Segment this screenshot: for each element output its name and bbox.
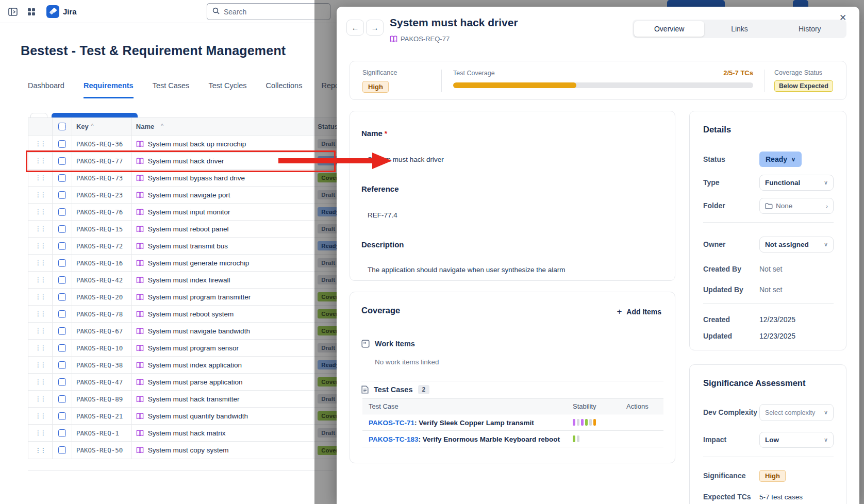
requirement-name[interactable]: System must program transmitter <box>148 293 251 301</box>
drag-handle-icon[interactable]: ⋮⋮ <box>35 328 45 334</box>
drag-handle-icon[interactable]: ⋮⋮ <box>35 141 45 147</box>
reference-field-value[interactable]: REF-77.4 <box>368 211 397 219</box>
search-input[interactable]: Search <box>207 3 330 20</box>
requirement-key[interactable]: PAKOS-REQ-36 <box>76 140 123 148</box>
close-icon[interactable]: ✕ <box>839 12 846 23</box>
drag-handle-icon[interactable]: ⋮⋮ <box>35 243 45 249</box>
row-checkbox[interactable] <box>58 208 66 216</box>
requirement-key[interactable]: PAKOS-REQ-67 <box>76 327 123 335</box>
requirement-name[interactable]: System must index firewall <box>148 276 230 284</box>
row-checkbox[interactable] <box>58 429 66 437</box>
requirement-name[interactable]: System must generate microchip <box>148 259 250 267</box>
row-checkbox[interactable] <box>58 361 66 369</box>
requirement-name[interactable]: System must navigate bandwidth <box>148 327 250 335</box>
sidebar-toggle-icon[interactable] <box>7 6 19 18</box>
row-checkbox[interactable] <box>58 259 66 267</box>
drag-handle-icon[interactable]: ⋮⋮ <box>35 447 45 453</box>
drag-handle-icon[interactable]: ⋮⋮ <box>35 226 45 232</box>
select-all-checkbox[interactable] <box>58 123 66 130</box>
add-items-button[interactable]: + Add Items <box>617 307 661 317</box>
requirement-name[interactable]: System must back up microchip <box>148 140 246 148</box>
requirement-key[interactable]: PAKOS-REQ-73 <box>76 174 123 182</box>
column-header-key[interactable]: Key^ <box>72 118 132 135</box>
requirement-name[interactable]: System must reboot system <box>148 310 234 318</box>
requirement-key[interactable]: PAKOS-REQ-16 <box>76 259 123 267</box>
requirement-name[interactable]: System must quantify bandwidth <box>148 412 248 420</box>
drag-handle-icon[interactable]: ⋮⋮ <box>35 294 45 300</box>
column-header-name[interactable]: Name^ <box>132 118 314 135</box>
page-tab-test-cycles[interactable]: Test Cycles <box>208 81 246 98</box>
requirement-name[interactable]: System must reboot panel <box>148 225 229 233</box>
row-checkbox[interactable] <box>58 191 66 199</box>
row-checkbox[interactable] <box>58 293 66 301</box>
requirement-name[interactable]: System must parse application <box>148 378 243 386</box>
row-checkbox[interactable] <box>58 310 66 318</box>
requirement-key[interactable]: PAKOS-REQ-47 <box>76 378 123 386</box>
requirement-key[interactable]: PAKOS-REQ-1 <box>76 429 119 437</box>
folder-picker[interactable]: None › <box>759 198 834 214</box>
drag-handle-icon[interactable]: ⋮⋮ <box>35 311 45 317</box>
requirement-key[interactable]: PAKOS-REQ-23 <box>76 191 123 199</box>
drag-handle-icon[interactable]: ⋮⋮ <box>35 175 45 181</box>
requirement-name[interactable]: System must hack transmitter <box>148 395 240 403</box>
test-case-row[interactable]: PAKOS-TC-71: Verify Sleek Copper Lamp tr… <box>362 414 663 431</box>
test-case-link[interactable]: PAKOS-TC-183 <box>369 435 419 443</box>
next-requirement-button[interactable]: → <box>366 20 384 36</box>
requirement-key[interactable]: PAKOS-REQ-76 <box>76 208 123 216</box>
test-case-row[interactable]: PAKOS-TC-183: Verify Enormous Marble Key… <box>362 431 663 447</box>
drag-handle-icon[interactable]: ⋮⋮ <box>35 192 45 198</box>
requirement-key[interactable]: PAKOS-REQ-15 <box>76 225 123 233</box>
requirement-key[interactable]: PAKOS-REQ-72 <box>76 242 123 250</box>
owner-dropdown[interactable]: Not assigned∨ <box>759 237 834 253</box>
drag-handle-icon[interactable]: ⋮⋮ <box>35 413 45 419</box>
row-checkbox[interactable] <box>58 174 66 182</box>
page-tab-collections[interactable]: Collections <box>266 81 303 98</box>
page-tab-test-cases[interactable]: Test Cases <box>153 81 190 98</box>
requirement-key[interactable]: PAKOS-REQ-38 <box>76 361 123 369</box>
drag-handle-icon[interactable]: ⋮⋮ <box>35 209 45 215</box>
requirement-key[interactable]: PAKOS-REQ-50 <box>76 446 123 454</box>
requirement-key[interactable]: PAKOS-REQ-21 <box>76 412 123 420</box>
description-field-value[interactable]: The application should navigate when use… <box>368 266 565 274</box>
row-checkbox[interactable] <box>58 140 66 148</box>
requirement-key[interactable]: PAKOS-REQ-42 <box>76 276 123 284</box>
requirement-name[interactable]: System must index application <box>148 361 242 369</box>
drag-handle-icon[interactable]: ⋮⋮ <box>35 345 45 351</box>
requirement-key[interactable]: PAKOS-REQ-10 <box>76 344 123 352</box>
requirement-key[interactable]: PAKOS-REQ-78 <box>76 310 123 318</box>
dev-complexity-dropdown[interactable]: Select complexity∨ <box>759 404 834 421</box>
status-dropdown[interactable]: Ready∨ <box>759 152 802 167</box>
test-case-link[interactable]: PAKOS-TC-71 <box>369 419 414 427</box>
page-tab-requirements[interactable]: Requirements <box>84 81 134 98</box>
app-grid-icon[interactable] <box>26 6 37 18</box>
requirement-name[interactable]: System must bypass hard drive <box>148 174 245 182</box>
drag-handle-icon[interactable]: ⋮⋮ <box>35 277 45 283</box>
row-checkbox[interactable] <box>58 276 66 284</box>
row-checkbox[interactable] <box>58 327 66 335</box>
page-tab-dashboard[interactable]: Dashboard <box>28 81 64 98</box>
row-checkbox[interactable] <box>58 378 66 386</box>
requirement-name[interactable]: System must program sensor <box>148 344 239 352</box>
requirement-name[interactable]: System must copy system <box>148 446 229 454</box>
jira-logo[interactable] <box>46 5 59 18</box>
drag-handle-icon[interactable]: ⋮⋮ <box>35 379 45 385</box>
row-checkbox[interactable] <box>58 395 66 403</box>
requirement-key[interactable]: PAKOS-REQ-89 <box>76 395 123 403</box>
requirement-name[interactable]: System must navigate port <box>148 191 230 199</box>
modal-tab-links[interactable]: Links <box>704 21 774 37</box>
requirement-name[interactable]: System must transmit bus <box>148 242 228 250</box>
drag-handle-icon[interactable]: ⋮⋮ <box>35 362 45 368</box>
drag-handle-icon[interactable]: ⋮⋮ <box>35 396 45 402</box>
requirement-key[interactable]: PAKOS-REQ-20 <box>76 293 123 301</box>
drag-handle-icon[interactable]: ⋮⋮ <box>35 430 45 436</box>
drag-handle-icon[interactable]: ⋮⋮ <box>35 260 45 266</box>
modal-tab-overview[interactable]: Overview <box>634 21 704 37</box>
type-dropdown[interactable]: Functional∨ <box>759 175 834 191</box>
requirement-name[interactable]: System must input monitor <box>148 208 230 216</box>
row-checkbox[interactable] <box>58 412 66 420</box>
row-checkbox[interactable] <box>58 242 66 250</box>
impact-dropdown[interactable]: Low∨ <box>759 432 834 448</box>
requirement-name[interactable]: System must hack matrix <box>148 429 226 437</box>
modal-tab-history[interactable]: History <box>775 21 845 37</box>
previous-requirement-button[interactable]: ← <box>346 20 364 36</box>
